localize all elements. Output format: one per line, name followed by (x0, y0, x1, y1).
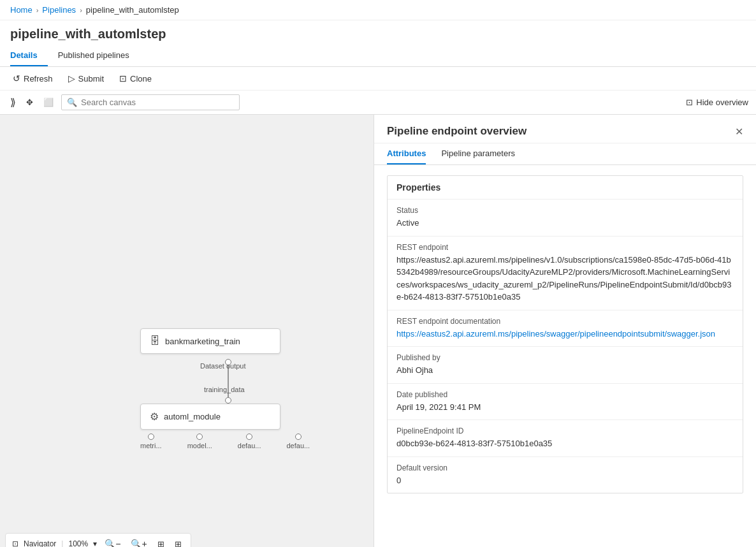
clone-icon: ⊡ (119, 73, 127, 84)
comment-button[interactable]: ⬜ (41, 96, 56, 108)
property-date-value: April 19, 2021 9:41 PM (396, 401, 734, 414)
hide-overview-button[interactable]: ⊡ Hide overview (686, 98, 748, 107)
main-tabs: Details Published pipelines (0, 45, 756, 67)
property-default-version: Default version 0 (388, 457, 743, 493)
property-date-label: Date published (396, 390, 734, 399)
property-date-published: Date published April 19, 2021 9:41 PM (388, 384, 743, 421)
node2-label: automl_module (164, 412, 221, 421)
dataset-icon: 🗄 (150, 335, 160, 347)
port2-label: model... (187, 442, 212, 449)
side-panel-title: Pipeline endpoint overview (387, 125, 527, 138)
side-panel-close-button[interactable]: ✕ (735, 126, 743, 138)
port3-label: defau... (238, 442, 261, 449)
property-rest-endpoint: REST endpoint https://eastus2.api.azurem… (388, 237, 743, 310)
breadcrumb-home[interactable]: Home (10, 5, 33, 15)
search-icon: 🔍 (67, 98, 77, 107)
side-panel-tabs: Attributes Pipeline parameters (374, 143, 756, 165)
port1-label: metri... (140, 442, 162, 449)
submit-button[interactable]: ▷ Submit (66, 72, 106, 85)
refresh-label: Refresh (24, 74, 53, 84)
hide-overview-label: Hide overview (696, 98, 748, 107)
port1-dot (148, 434, 154, 440)
move-button[interactable]: ✥ (24, 96, 36, 108)
property-rest-label: REST endpoint (396, 243, 734, 252)
comment-icon: ⬜ (43, 98, 54, 107)
side-panel-content: Properties Status Active REST endpoint h… (374, 165, 756, 547)
zoom-level: 100% (68, 539, 88, 547)
clone-label: Clone (130, 74, 152, 84)
zoom-sep: | (61, 539, 63, 547)
port2-dot (196, 434, 203, 440)
refresh-button[interactable]: ↺ Refresh (10, 72, 55, 85)
node2-input-dot (225, 397, 231, 404)
clone-button[interactable]: ⊡ Clone (117, 72, 154, 85)
property-status: Status Active (388, 200, 743, 237)
fit-button[interactable]: ⊞ (155, 538, 167, 548)
move-icon: ✥ (26, 98, 33, 107)
page-title: pipeline_with_automlstep (0, 20, 756, 45)
port4-label: defau... (286, 442, 310, 449)
property-endpoint-id-label: PipelineEndpoint ID (396, 427, 734, 435)
rest-docs-link[interactable]: https://eastus2.api.azureml.ms/pipelines… (396, 329, 715, 339)
property-rest-docs: REST endpoint documentation https://east… (388, 310, 743, 347)
property-published-by-value: Abhi Ojha (396, 364, 734, 377)
properties-section: Properties Status Active REST endpoint h… (387, 175, 743, 493)
property-status-label: Status (396, 206, 734, 215)
property-status-value: Active (396, 217, 734, 230)
refresh-icon: ↺ (13, 73, 20, 84)
property-default-version-label: Default version (396, 463, 734, 472)
node-bankmarketing[interactable]: 🗄 bankmarketing_train (140, 328, 280, 354)
property-endpoint-id: PipelineEndpoint ID d0bcb93e-b624-4813-8… (388, 420, 743, 457)
breadcrumb-sep2: › (80, 6, 82, 14)
property-rest-docs-label: REST endpoint documentation (396, 317, 734, 326)
property-rest-value: https://eastus2.api.azureml.ms/pipelines… (396, 254, 734, 303)
automl-icon: ⚙ (150, 411, 159, 423)
property-endpoint-id-value: d0bcb93e-b624-4813-83f7-57510b1e0a35 (396, 437, 734, 450)
property-published-by-label: Published by (396, 353, 734, 362)
property-published-by: Published by Abhi Ojha (388, 347, 743, 384)
tab-published-pipelines[interactable]: Published pipelines (58, 45, 140, 66)
property-rest-docs-value: https://eastus2.api.azureml.ms/pipelines… (396, 328, 734, 340)
main-area: 🗄 bankmarketing_train Dataset output tra… (0, 115, 756, 547)
submit-label: Submit (78, 74, 104, 84)
tab-details[interactable]: Details (10, 45, 48, 66)
search-input[interactable] (81, 98, 234, 107)
zoom-out-button[interactable]: 🔍− (102, 537, 123, 547)
node2-ports: metri... model... defau... defau... (140, 434, 310, 449)
breadcrumb-current: pipeline_with_automlstep (86, 5, 179, 15)
hide-overview-icon: ⊡ (686, 98, 693, 107)
property-default-version-value: 0 (396, 474, 734, 487)
expand-icon: ⟫ (10, 96, 16, 108)
toolbar: ↺ Refresh ▷ Submit ⊡ Clone (0, 67, 756, 91)
port4-dot (295, 434, 302, 440)
tab-pipeline-parameters[interactable]: Pipeline parameters (441, 143, 515, 164)
side-panel-header: Pipeline endpoint overview ✕ (374, 115, 756, 143)
canvas-toolbar: ⟫ ✥ ⬜ 🔍 ⊡ Hide overview (0, 91, 756, 115)
expand-button[interactable]: ⟫ (8, 95, 18, 110)
zoom-chevron: ▾ (93, 539, 97, 547)
submit-icon: ▷ (68, 73, 75, 84)
breadcrumb-sep1: › (36, 6, 39, 14)
side-panel: Pipeline endpoint overview ✕ Attributes … (374, 115, 756, 547)
canvas-search-container: 🔍 (61, 94, 240, 110)
node-automl[interactable]: ⚙ automl_module (140, 404, 280, 430)
training-data-label: training_data (204, 386, 245, 393)
navigator-icon: ⊡ (12, 539, 18, 547)
node1-label: bankmarketing_train (165, 337, 240, 346)
dataset-output-label: Dataset output (200, 362, 246, 370)
navigator-label: Navigator (24, 539, 56, 547)
port3-dot (246, 434, 252, 440)
properties-header: Properties (388, 176, 743, 200)
canvas-bottom-bar: ⊡ Navigator | 100% ▾ 🔍− 🔍+ ⊞ ⊞ (5, 533, 191, 547)
breadcrumb: Home › Pipelines › pipeline_with_automls… (0, 0, 756, 20)
grid-button[interactable]: ⊞ (172, 538, 184, 548)
zoom-in-button[interactable]: 🔍+ (128, 537, 149, 547)
pipeline-canvas[interactable]: 🗄 bankmarketing_train Dataset output tra… (0, 115, 374, 547)
tab-attributes[interactable]: Attributes (387, 143, 426, 164)
breadcrumb-pipelines[interactable]: Pipelines (42, 5, 76, 15)
